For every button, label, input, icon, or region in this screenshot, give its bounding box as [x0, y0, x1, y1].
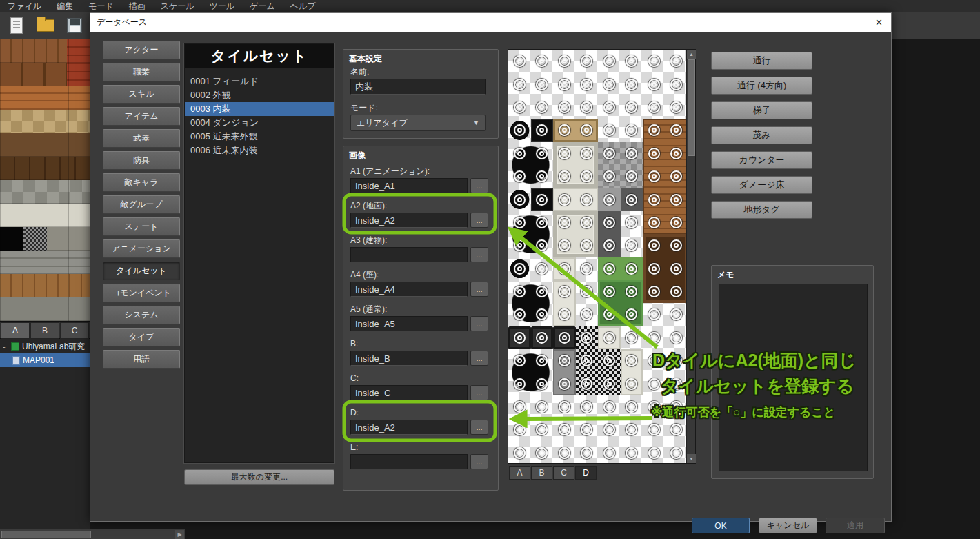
passable-icon[interactable] [598, 257, 621, 280]
passable-icon[interactable] [508, 142, 531, 165]
list-item[interactable]: 0001 フィールド [185, 75, 334, 88]
passable-icon[interactable] [576, 119, 599, 141]
sidebar-item[interactable]: 敵キャラ [103, 173, 180, 192]
passable-icon[interactable] [531, 72, 554, 95]
preview-vertical-scrollbar[interactable]: ▲ ▼ [686, 50, 695, 463]
ok-button[interactable]: OK [692, 518, 750, 533]
passable-icon[interactable] [576, 50, 599, 72]
passable-icon[interactable] [666, 119, 688, 141]
passable-icon[interactable] [508, 188, 531, 210]
passable-icon[interactable] [666, 280, 688, 303]
sidebar-item[interactable]: タイルセット [103, 262, 180, 280]
passable-icon[interactable] [531, 234, 554, 257]
passable-icon[interactable] [576, 165, 599, 188]
passable-icon[interactable] [621, 326, 643, 349]
scrollbar-thumb[interactable] [688, 59, 695, 156]
passable-icon[interactable] [666, 165, 688, 188]
passable-icon[interactable] [643, 303, 666, 326]
sidebar-item[interactable]: アイテム [103, 107, 180, 126]
tree-item-project[interactable]: - UhiyamaLab研究 [0, 340, 90, 353]
preview-tab-C[interactable]: C [553, 466, 574, 480]
passable-icon[interactable] [598, 326, 621, 349]
passable-icon[interactable] [553, 418, 576, 441]
image-file-input[interactable] [350, 351, 468, 366]
sidebar-item[interactable]: 武器 [103, 129, 180, 148]
passable-icon[interactable] [553, 280, 576, 303]
passable-icon[interactable] [666, 442, 688, 463]
passable-icon[interactable] [666, 188, 688, 210]
passable-icon[interactable] [553, 257, 576, 280]
passable-icon[interactable] [531, 372, 554, 395]
passable-icon[interactable] [508, 280, 531, 303]
passable-icon[interactable] [576, 96, 599, 119]
passable-icon[interactable] [576, 188, 599, 210]
sidebar-item[interactable]: 敵グループ [103, 195, 180, 214]
memo-textarea[interactable] [719, 284, 868, 471]
passable-icon[interactable] [598, 188, 621, 210]
scrollbar-thumb[interactable] [1, 531, 91, 538]
menu-item[interactable]: 描画 [121, 0, 153, 12]
passable-icon[interactable] [508, 96, 531, 119]
passable-icon[interactable] [666, 349, 688, 372]
passable-icon[interactable] [598, 96, 621, 119]
tool-button[interactable]: 梯子 [711, 101, 812, 119]
passable-icon[interactable] [643, 165, 666, 188]
passable-icon[interactable] [643, 96, 666, 119]
passable-icon[interactable] [666, 50, 688, 72]
passable-icon[interactable] [643, 119, 666, 141]
image-file-input[interactable] [350, 316, 468, 331]
tileset-preview-canvas[interactable] [508, 50, 688, 463]
passable-icon[interactable] [621, 119, 643, 141]
passable-icon[interactable] [553, 234, 576, 257]
passable-icon[interactable] [643, 50, 666, 72]
menu-item[interactable]: ファイル [0, 0, 49, 12]
cancel-button[interactable]: キャンセル [759, 518, 817, 533]
passable-icon[interactable] [508, 303, 531, 326]
passable-icon[interactable] [643, 395, 666, 418]
mode-dropdown[interactable]: エリアタイプ ▼ [350, 115, 486, 131]
passable-icon[interactable] [553, 50, 576, 72]
image-file-input[interactable] [350, 420, 468, 435]
sidebar-item[interactable]: コモンイベント [103, 284, 180, 302]
list-item[interactable]: 0004 ダンジョン [185, 116, 334, 130]
browse-button[interactable]: ... [470, 282, 488, 297]
passable-icon[interactable] [531, 142, 554, 165]
passable-icon[interactable] [643, 257, 666, 280]
passable-icon[interactable] [508, 395, 531, 418]
passable-icon[interactable] [576, 372, 599, 395]
passable-icon[interactable] [643, 418, 666, 441]
passable-icon[interactable] [553, 372, 576, 395]
passable-icon[interactable] [621, 372, 643, 395]
passable-icon[interactable] [576, 142, 599, 165]
passable-icon[interactable] [621, 72, 643, 95]
sidebar-item[interactable]: 用語 [103, 350, 180, 369]
passable-icon[interactable] [531, 395, 554, 418]
passable-icon[interactable] [621, 442, 643, 463]
browse-button[interactable]: ... [470, 454, 488, 469]
passable-icon[interactable] [666, 418, 688, 441]
menu-item[interactable]: スケール [153, 0, 202, 12]
passable-icon[interactable] [576, 418, 599, 441]
passable-icon[interactable] [576, 349, 599, 372]
tool-button[interactable]: ダメージ床 [711, 176, 812, 194]
passable-icon[interactable] [553, 349, 576, 372]
palette-tab-A[interactable]: A [1, 322, 30, 339]
passable-icon[interactable] [576, 257, 599, 280]
passable-icon[interactable] [508, 442, 531, 463]
passable-icon[interactable] [666, 234, 688, 257]
tool-button[interactable]: 通行 (4方向) [711, 77, 812, 95]
passable-icon[interactable] [621, 349, 643, 372]
passable-icon[interactable] [531, 418, 554, 441]
list-item[interactable]: 0002 外観 [185, 88, 334, 102]
passable-icon[interactable] [621, 142, 643, 165]
passable-icon[interactable] [621, 418, 643, 441]
passable-icon[interactable] [621, 188, 643, 210]
passable-icon[interactable] [598, 142, 621, 165]
passable-icon[interactable] [643, 142, 666, 165]
scroll-right-arrow[interactable]: ▶ [175, 530, 184, 539]
browse-button[interactable]: ... [470, 178, 488, 193]
passable-icon[interactable] [643, 72, 666, 95]
passable-icon[interactable] [531, 50, 554, 72]
sidebar-item[interactable]: アニメーション [103, 239, 180, 258]
preview-tab-B[interactable]: B [531, 466, 552, 480]
